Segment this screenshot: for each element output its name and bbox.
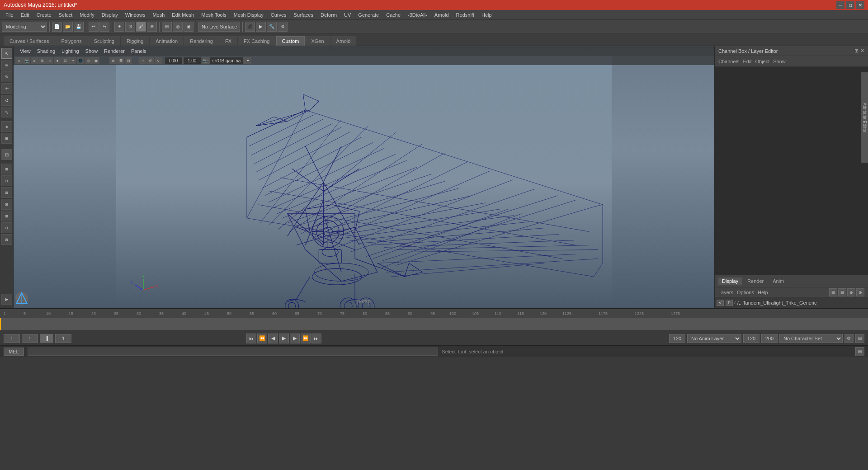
tab-arnold[interactable]: Arnold — [330, 36, 357, 46]
anim-layer-select[interactable]: No Anim Layer — [687, 334, 741, 343]
menu-windows[interactable]: Windows — [122, 11, 149, 19]
vp-grid-btn[interactable]: # — [31, 57, 38, 64]
menu-uv[interactable]: UV — [340, 11, 354, 19]
layer-item[interactable]: V P ⁄ /...Tandem_Ultralight_Trike_Generi… — [715, 297, 868, 308]
character-set-select[interactable]: No Character Set — [779, 334, 843, 343]
anim-options-btn[interactable]: ⚙ — [844, 334, 854, 343]
display-tab-render[interactable]: Render — [744, 277, 767, 285]
layout-button-3[interactable]: ⊠ — [1, 187, 12, 198]
scale-button[interactable]: ⤡ — [1, 107, 12, 118]
next-frame-btn[interactable]: ▶ — [290, 334, 300, 343]
vp-texture-btn[interactable]: ⊡ — [61, 57, 69, 64]
menu-file[interactable]: File — [2, 11, 17, 19]
vp-smooth-btn[interactable]: ○ — [46, 57, 53, 64]
go-to-end-btn[interactable]: ⏭ — [311, 334, 321, 343]
layer-btn-3[interactable]: ⊕ — [847, 288, 855, 296]
vp-lights-btn[interactable]: ☀ — [69, 57, 76, 64]
tab-curves-surfaces[interactable]: Curves / Surfaces — [4, 36, 55, 46]
menu-create[interactable]: Create — [33, 11, 55, 19]
display-tab-display[interactable]: Display — [718, 277, 742, 285]
channel-box-expand-icon[interactable]: ⊞ — [854, 48, 859, 54]
vp-xray-btn[interactable]: ☰ — [117, 57, 124, 64]
open-file-button[interactable]: 📂 — [63, 22, 73, 32]
vp-trans-btn[interactable]: ↔ — [139, 57, 146, 64]
attribute-editor-tab[interactable]: Attribute Editor — [861, 72, 868, 163]
cb-tab-channels[interactable]: Channels — [718, 59, 739, 64]
tab-polygons[interactable]: Polygons — [55, 36, 87, 46]
snap-settings-button[interactable]: ⊟ — [1, 149, 12, 160]
status-extra-btn[interactable]: ⊞ — [855, 347, 864, 356]
new-file-button[interactable]: 📄 — [52, 22, 62, 32]
viewport-canvas[interactable]: X Y Z — [14, 56, 714, 308]
translate-z-field[interactable] — [183, 57, 201, 64]
vp-camera-btn2[interactable]: 📷 — [202, 57, 209, 64]
viewport-menu-panels[interactable]: Panels — [128, 47, 149, 55]
command-line[interactable] — [28, 348, 439, 356]
undo-button[interactable]: ↩ — [89, 22, 99, 32]
vp-shade-btn[interactable]: ● — [54, 57, 61, 64]
layout-button-5[interactable]: ⊞ — [1, 211, 12, 221]
frame-end-field[interactable] — [669, 334, 685, 343]
workspace-dropdown[interactable]: Modeling — [2, 22, 47, 32]
layer-btn-2[interactable]: ⊟ — [838, 288, 846, 296]
render-region-button[interactable]: ⬛ — [245, 22, 255, 32]
anim-end-field[interactable] — [761, 334, 778, 343]
quick-layout-button[interactable]: ▶ — [1, 294, 12, 305]
anim-extra-btn[interactable]: ⊟ — [855, 334, 864, 343]
play-fwd-btn[interactable]: ▶ — [279, 334, 289, 343]
vp-rot-btn[interactable]: ↺ — [147, 57, 154, 64]
menu-curves[interactable]: Curves — [267, 11, 290, 19]
options-tab[interactable]: Options — [737, 290, 754, 295]
menu-mesh-tools[interactable]: Mesh Tools — [198, 11, 230, 19]
paint-select-button[interactable]: ✎ — [1, 71, 12, 82]
select-tool[interactable]: ✦ — [114, 22, 124, 32]
render-button[interactable]: 🔧 — [267, 22, 277, 32]
layer-visibility-p[interactable]: P — [726, 300, 733, 306]
redo-button[interactable]: ↪ — [99, 22, 109, 32]
layer-btn-4[interactable]: ⊗ — [856, 288, 864, 296]
layer-name[interactable]: /...Tandem_Ultralight_Trike_Generic — [737, 300, 866, 306]
menu-arnold[interactable]: Arnold — [431, 11, 453, 19]
close-button[interactable]: ✕ — [856, 1, 864, 9]
layer-btn-1[interactable]: ⊞ — [829, 288, 837, 296]
tab-xgen[interactable]: XGen — [305, 36, 330, 46]
anim-start-field[interactable] — [743, 334, 760, 343]
menu-cache[interactable]: Cache — [382, 11, 404, 19]
vp-home-btn[interactable]: ⌂ — [15, 57, 23, 64]
tab-rigging[interactable]: Rigging — [121, 36, 149, 46]
tab-fx[interactable]: FX — [219, 36, 237, 46]
vp-shadow-btn[interactable]: 🌑 — [77, 57, 84, 64]
menu-3dtoall[interactable]: -3DtoAll- — [404, 11, 431, 19]
paint-tool[interactable]: 🖌 — [136, 22, 146, 32]
menu-mesh[interactable]: Mesh — [149, 11, 168, 19]
prev-frame-btn[interactable]: ◀ — [268, 334, 278, 343]
menu-modify[interactable]: Modify — [76, 11, 98, 19]
cb-tab-edit[interactable]: Edit — [743, 59, 751, 64]
layout-button-6[interactable]: ⊟ — [1, 222, 12, 233]
menu-select[interactable]: Select — [55, 11, 76, 19]
menu-surfaces[interactable]: Surfaces — [290, 11, 317, 19]
show-manip-button[interactable]: ⊞ — [1, 133, 12, 144]
prev-key-btn[interactable]: ⏪ — [257, 334, 267, 343]
menu-edit-mesh[interactable]: Edit Mesh — [168, 11, 198, 19]
save-file-button[interactable]: 💾 — [74, 22, 84, 32]
time-slider-bar[interactable] — [0, 318, 1, 330]
vp-gamma-btn[interactable]: ▼ — [244, 57, 251, 64]
vp-wire-btn[interactable]: ⊞ — [38, 57, 46, 64]
tab-rendering[interactable]: Rendering — [184, 36, 219, 46]
snapping-curve[interactable]: ◎ — [173, 22, 183, 32]
vp-dof-btn[interactable]: ◉ — [92, 57, 99, 64]
vp-cam-btn[interactable]: 📷 — [23, 57, 30, 64]
viewport-menu-lighting[interactable]: Lighting — [59, 47, 82, 55]
layout-button-4[interactable]: ⊡ — [1, 199, 12, 210]
menu-redshift[interactable]: Redshift — [453, 11, 478, 19]
channel-box-close-icon[interactable]: ✕ — [860, 48, 864, 54]
viewport-area[interactable]: View Shading Lighting Show Renderer Pane… — [14, 46, 714, 308]
next-key-btn[interactable]: ⏩ — [301, 334, 311, 343]
soft-mod-button[interactable]: ◈ — [1, 121, 12, 132]
viewport-menu-renderer[interactable]: Renderer — [101, 47, 127, 55]
menu-edit[interactable]: Edit — [17, 11, 33, 19]
vp-scale-btn2[interactable]: ⤡ — [155, 57, 162, 64]
vp-backcull-btn[interactable]: ⊟ — [125, 57, 132, 64]
cb-tab-object[interactable]: Object — [755, 59, 769, 64]
